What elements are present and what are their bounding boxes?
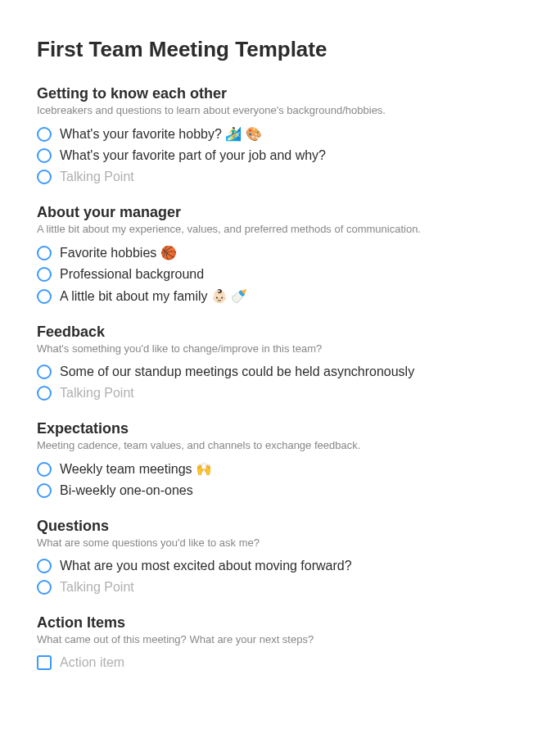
section-title: Expectations: [37, 420, 523, 437]
list-item[interactable]: A little bit about my family 👶🏻 🍼: [37, 288, 523, 304]
section: QuestionsWhat are some questions you'd l…: [37, 518, 523, 595]
item-text[interactable]: What's your favorite hobby? 🏄‍♂️ 🎨: [60, 126, 262, 142]
list-item[interactable]: Some of our standup meetings could be he…: [37, 364, 523, 379]
page-title: First Team Meeting Template: [37, 37, 523, 62]
section-title: Action Items: [37, 614, 523, 632]
section-desc: What's something you'd like to change/im…: [37, 342, 523, 355]
list-item[interactable]: Talking Point: [37, 580, 523, 595]
list-item[interactable]: What's your favorite hobby? 🏄‍♂️ 🎨: [37, 126, 523, 142]
item-text[interactable]: Talking Point: [60, 386, 134, 401]
radio-icon[interactable]: [37, 127, 52, 142]
section-title: About your manager: [37, 204, 523, 221]
item-text[interactable]: Bi-weekly one-on-ones: [60, 483, 193, 498]
radio-icon[interactable]: [37, 170, 52, 184]
section-title: Feedback: [37, 324, 523, 341]
section: Action ItemsWhat came out of this meetin…: [37, 614, 523, 670]
section-desc: What came out of this meeting? What are …: [37, 633, 523, 645]
section-desc: What are some questions you'd like to as…: [37, 537, 523, 549]
item-text[interactable]: What are you most excited about moving f…: [60, 559, 352, 573]
item-text[interactable]: A little bit about my family 👶🏻 🍼: [60, 288, 247, 304]
item-text[interactable]: Some of our standup meetings could be he…: [60, 364, 414, 379]
section-title: Questions: [37, 518, 523, 535]
radio-icon[interactable]: [37, 267, 52, 282]
section: Getting to know each otherIcebreakers an…: [37, 85, 523, 184]
section-desc: A little bit about my experience, values…: [37, 223, 523, 235]
section-desc: Icebreakers and questions to learn about…: [37, 104, 523, 116]
radio-icon[interactable]: [37, 246, 52, 260]
list-item[interactable]: Talking Point: [37, 170, 523, 184]
section: FeedbackWhat's something you'd like to c…: [37, 324, 523, 401]
radio-icon[interactable]: [37, 580, 52, 595]
item-text[interactable]: Favorite hobbies 🏀: [60, 245, 177, 260]
item-text[interactable]: Action item: [60, 655, 124, 670]
item-text[interactable]: What's your favorite part of your job an…: [60, 148, 326, 163]
radio-icon[interactable]: [37, 289, 52, 304]
radio-icon[interactable]: [37, 483, 52, 498]
list-item[interactable]: Action item: [37, 655, 523, 670]
section-title: Getting to know each other: [37, 85, 523, 102]
checkbox-icon[interactable]: [37, 655, 52, 670]
list-item[interactable]: Favorite hobbies 🏀: [37, 245, 523, 260]
section: About your managerA little bit about my …: [37, 204, 523, 304]
item-text[interactable]: Professional background: [60, 267, 204, 282]
radio-icon[interactable]: [37, 386, 52, 401]
list-item[interactable]: Weekly team meetings 🙌: [37, 461, 523, 477]
list-item[interactable]: Bi-weekly one-on-ones: [37, 483, 523, 498]
radio-icon[interactable]: [37, 148, 52, 163]
list-item[interactable]: Professional background: [37, 267, 523, 282]
sections-container: Getting to know each otherIcebreakers an…: [37, 85, 523, 670]
radio-icon[interactable]: [37, 559, 52, 573]
item-text[interactable]: Talking Point: [60, 170, 134, 184]
radio-icon[interactable]: [37, 364, 52, 379]
item-text[interactable]: Weekly team meetings 🙌: [60, 461, 212, 477]
radio-icon[interactable]: [37, 462, 52, 477]
item-text[interactable]: Talking Point: [60, 580, 134, 595]
list-item[interactable]: What's your favorite part of your job an…: [37, 148, 523, 163]
list-item[interactable]: What are you most excited about moving f…: [37, 559, 523, 573]
list-item[interactable]: Talking Point: [37, 386, 523, 401]
section-desc: Meeting cadence, team values, and channe…: [37, 439, 523, 451]
section: ExpectationsMeeting cadence, team values…: [37, 420, 523, 498]
